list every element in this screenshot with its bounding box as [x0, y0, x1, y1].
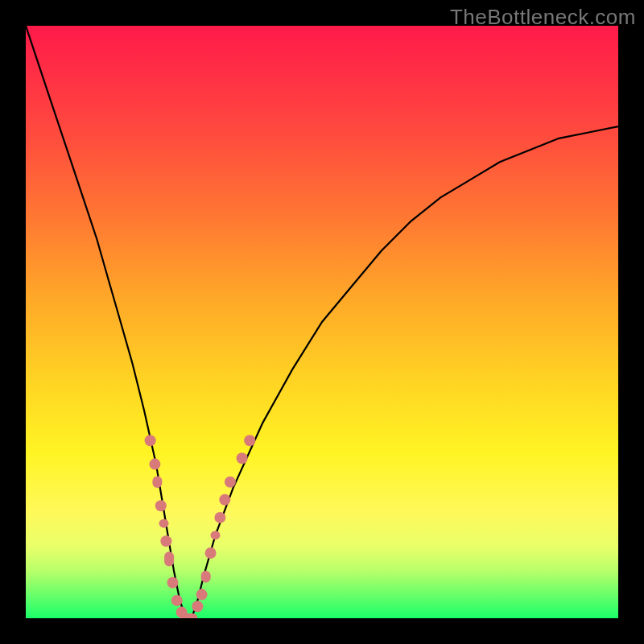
- data-marker: [145, 435, 156, 446]
- data-marker: [214, 512, 225, 523]
- data-marker: [180, 613, 197, 618]
- data-marker: [171, 595, 183, 606]
- bottleneck-curve-path: [26, 26, 618, 618]
- data-marker: [201, 571, 211, 583]
- data-marker: [167, 577, 179, 588]
- data-marker: [192, 601, 203, 612]
- data-marker: [219, 494, 230, 506]
- data-markers: [145, 435, 256, 618]
- data-marker: [164, 551, 174, 566]
- data-marker: [159, 519, 169, 528]
- data-marker: [211, 530, 221, 539]
- data-marker: [155, 500, 167, 511]
- bottleneck-curve-svg: [26, 26, 618, 618]
- data-marker: [237, 452, 248, 464]
- data-marker: [149, 459, 160, 470]
- data-marker: [225, 477, 236, 488]
- data-marker: [152, 476, 162, 488]
- data-marker: [205, 547, 217, 559]
- data-marker: [196, 589, 208, 601]
- chart-plot-area: [26, 26, 618, 618]
- data-marker: [160, 535, 171, 547]
- data-marker: [244, 435, 255, 446]
